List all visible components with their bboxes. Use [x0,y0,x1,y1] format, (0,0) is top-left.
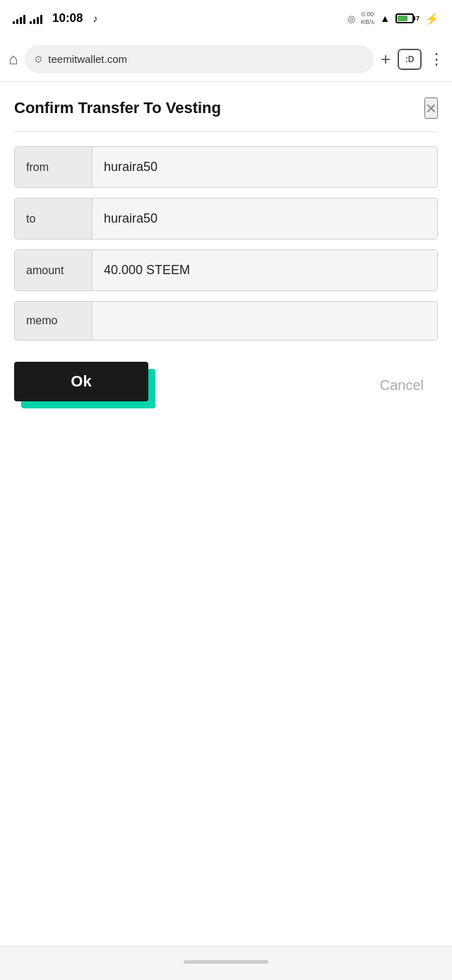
to-label: to [15,199,93,239]
signal-bar [30,21,32,24]
nav-pill [184,960,268,964]
status-time: 10:08 [52,11,83,25]
status-bar-right: ◎ 0.00KB/s ▲ 7 ⚡ [347,11,439,26]
signal-bars-2 [30,13,42,24]
battery-fill [398,16,408,21]
more-options-button[interactable]: ⋮ [429,50,444,69]
button-row: Ok Cancel [14,362,438,408]
ok-button-wrapper: Ok [14,362,155,408]
signal-bar [33,19,35,24]
memo-label: memo [15,302,93,340]
browser-bar: ⌂ ⊙ teemitwallet.com + :D ⋮ [0,37,452,82]
dialog-title: Confirm Transfer To Vesting [14,99,424,117]
to-row: to huraira50 [14,198,438,240]
cancel-button[interactable]: Cancel [366,370,438,401]
tab-switcher-label: :D [405,54,415,64]
header-divider [14,131,438,132]
to-value: huraira50 [93,199,437,239]
url-security-icon: ⊙ [35,54,42,64]
amount-label: amount [15,250,93,290]
dialog-header: Confirm Transfer To Vesting × [14,99,438,119]
memo-row: memo [14,301,438,341]
close-button[interactable]: × [424,98,438,119]
battery-indicator: 7 [396,13,420,23]
add-tab-button[interactable]: + [381,49,391,69]
from-label: from [15,147,93,187]
signal-bar [37,17,39,24]
tiktok-icon: ♪ [93,13,97,24]
confirm-transfer-dialog: Confirm Transfer To Vesting × from hurai… [14,99,438,408]
network-speed: 0.00KB/s [361,11,374,26]
signal-bar [13,21,15,24]
bottom-nav [0,946,452,980]
flash-icon: ⚡ [425,12,439,25]
signal-bars-1 [13,13,25,24]
wifi-icon: ▲ [380,13,390,24]
battery-body [396,13,414,23]
amount-value: 40.000 STEEM [93,250,437,290]
signal-bar [40,15,42,24]
status-bar: 10:08 ♪ ◎ 0.00KB/s ▲ 7 ⚡ [0,0,452,37]
status-bar-left: 10:08 ♪ [13,11,97,25]
memo-value [93,302,437,340]
amount-row: amount 40.000 STEEM [14,249,438,291]
signal-bar [20,17,22,24]
home-icon[interactable]: ⌂ [8,50,18,69]
battery-level: 7 [416,15,420,22]
tab-switcher-button[interactable]: :D [398,49,422,70]
signal-bar [23,15,25,24]
url-bar[interactable]: ⊙ teemitwallet.com [25,45,374,73]
from-value: huraira50 [93,147,437,187]
signal-bar [16,19,18,24]
from-row: from huraira50 [14,146,438,188]
ok-button[interactable]: Ok [14,362,148,401]
main-content: Confirm Transfer To Vesting × from hurai… [0,82,452,425]
url-text: teemitwallet.com [48,53,127,65]
location-icon: ◎ [347,13,355,24]
